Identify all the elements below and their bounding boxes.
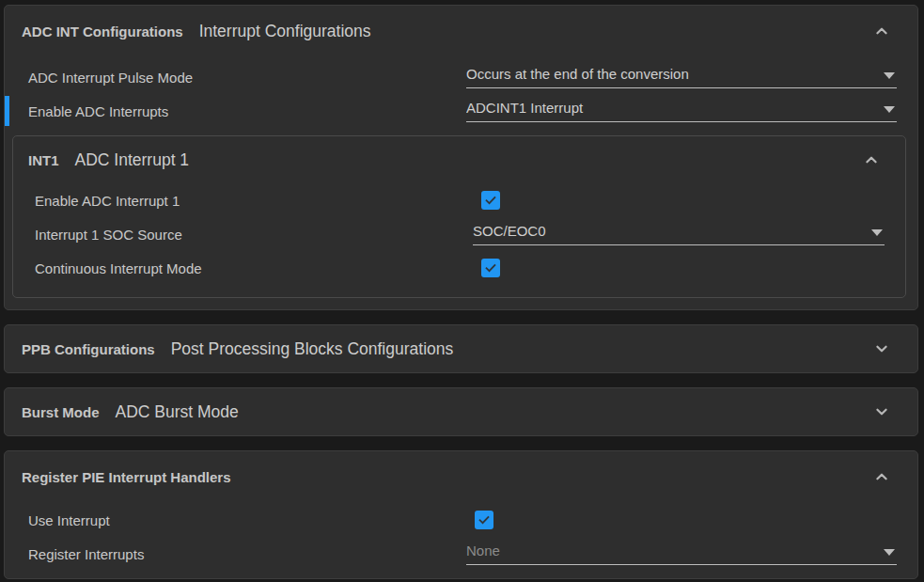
panel-adc-int-header[interactable]: ADC INT Configurations Interrupt Configu… — [5, 6, 917, 42]
config-row-pulse-mode: ADC Interrupt Pulse Mode Occurs at the e… — [5, 60, 917, 94]
config-row-enable-interrupts: Enable ADC Interrupts ADCINT1 Interrupt — [5, 94, 917, 128]
panel-subtitle: Interrupt Configurations — [199, 22, 371, 41]
register-interrupts-dropdown[interactable]: None — [466, 543, 897, 565]
chevron-down-icon[interactable] — [870, 401, 893, 423]
row-label: Enable ADC Interrupts — [28, 103, 168, 119]
dropdown-value: Occurs at the end of the conversion — [466, 66, 876, 82]
config-row-register-interrupts: Register Interrupts None — [5, 537, 917, 571]
panel-title: Burst Mode — [22, 404, 100, 420]
panel-subtitle: ADC Burst Mode — [116, 402, 239, 422]
config-row-continuous-mode: Continuous Interrupt Mode — [13, 251, 905, 285]
panel-subtitle: Post Processing Blocks Configurations — [171, 339, 454, 359]
chevron-up-icon[interactable] — [870, 465, 893, 488]
row-label: Use Interrupt — [28, 512, 110, 528]
chevron-up-icon[interactable] — [860, 149, 883, 171]
config-row-soc-source: Interrupt 1 SOC Source SOC/EOC0 — [13, 217, 905, 251]
panel-title: ADC INT Configurations — [22, 24, 183, 39]
row-label: ADC Interrupt Pulse Mode — [28, 70, 193, 86]
sub-panel-title: INT1 — [28, 152, 59, 168]
panel-title: Register PIE Interrupt Handlers — [22, 469, 231, 485]
checkmark-icon — [484, 194, 497, 207]
panel-register-pie-handlers: Register PIE Interrupt Handlers Use Inte… — [4, 450, 918, 579]
dropdown-arrow-icon — [871, 229, 883, 236]
row-label: Enable ADC Interrupt 1 — [35, 193, 180, 209]
dropdown-arrow-icon — [884, 72, 895, 79]
sub-panel-int1-header[interactable]: INT1 ADC Interrupt 1 — [13, 136, 905, 171]
active-row-indicator — [5, 96, 9, 126]
config-row-use-interrupt: Use Interrupt — [5, 503, 917, 537]
dropdown-arrow-icon — [884, 549, 895, 556]
chevron-down-icon[interactable] — [870, 338, 893, 360]
continuous-mode-checkbox[interactable] — [481, 259, 500, 277]
panel-burst-mode: Burst Mode ADC Burst Mode — [4, 387, 918, 436]
panel-ppb-configurations: PPB Configurations Post Processing Block… — [4, 324, 918, 373]
checkmark-icon — [484, 261, 497, 275]
row-label: Register Interrupts — [28, 546, 144, 562]
dropdown-value: None — [466, 543, 876, 558]
panel-adc-int-configurations: ADC INT Configurations Interrupt Configu… — [4, 5, 918, 310]
panel-pie-header[interactable]: Register PIE Interrupt Handlers — [5, 451, 917, 488]
sub-panel-int1: INT1 ADC Interrupt 1 Enable ADC Interrup… — [12, 135, 906, 298]
panel-burst-header[interactable]: Burst Mode ADC Burst Mode — [5, 388, 917, 435]
row-label: Interrupt 1 SOC Source — [35, 227, 182, 243]
chevron-up-icon[interactable] — [870, 20, 893, 42]
dropdown-value: ADCINT1 Interrupt — [466, 100, 876, 116]
enable-interrupts-dropdown[interactable]: ADCINT1 Interrupt — [466, 100, 897, 122]
panel-title: PPB Configurations — [22, 341, 155, 357]
soc-source-dropdown[interactable]: SOC/EOC0 — [473, 223, 885, 245]
pulse-mode-dropdown[interactable]: Occurs at the end of the conversion — [466, 66, 897, 88]
panel-ppb-header[interactable]: PPB Configurations Post Processing Block… — [5, 325, 917, 372]
config-page: ADC INT Configurations Interrupt Configu… — [0, 0, 924, 582]
dropdown-value: SOC/EOC0 — [473, 223, 864, 239]
dropdown-arrow-icon — [884, 106, 895, 113]
use-interrupt-checkbox[interactable] — [475, 511, 493, 529]
row-label: Continuous Interrupt Mode — [35, 260, 202, 276]
sub-panel-subtitle: ADC Interrupt 1 — [75, 150, 190, 170]
config-row-enable-int1: Enable ADC Interrupt 1 — [13, 183, 905, 217]
checkmark-icon — [478, 513, 491, 527]
enable-int1-checkbox[interactable] — [481, 191, 500, 210]
